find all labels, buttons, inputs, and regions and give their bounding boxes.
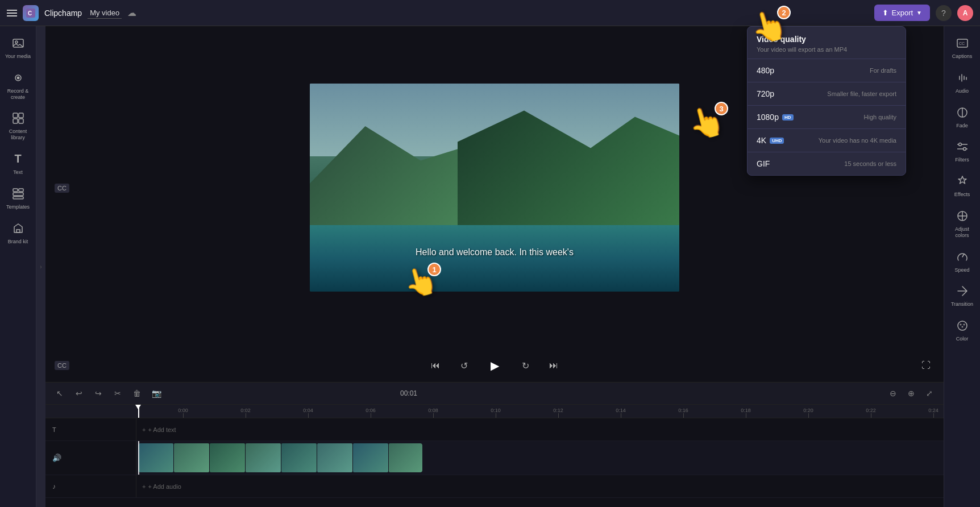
right-sidebar-label: Color — [956, 336, 969, 342]
right-sidebar-item-transition[interactable]: Transition — [946, 279, 979, 312]
text-track-label: T — [45, 418, 136, 440]
video-track-content — [136, 441, 944, 475]
preview-controls-left: CC — [55, 182, 69, 193]
fast-forward-button[interactable]: ↻ — [517, 357, 534, 374]
right-sidebar-item-captions[interactable]: CC Captions — [946, 31, 979, 64]
sidebar-item-content-library[interactable]: Content library — [2, 106, 35, 146]
audio-track-content[interactable]: + + Add audio — [136, 475, 944, 497]
timeline-tracks: T + + Add text 🔊 — [45, 418, 944, 507]
rewind-button[interactable]: ↺ — [455, 357, 472, 374]
timeline-redo-button[interactable]: ↪ — [91, 386, 106, 401]
adjust-colors-icon — [954, 208, 970, 224]
speed-icon — [954, 249, 970, 265]
sidebar-collapse-button[interactable]: › — [36, 26, 45, 507]
add-audio-button[interactable]: + + Add audio — [136, 475, 944, 497]
video-clip[interactable] — [138, 443, 422, 472]
quality-option-480p[interactable]: 480p For drafts — [748, 59, 906, 82]
topbar-left: C Clipchamp My video ☁ — [7, 5, 874, 21]
video-track: 🔊 — [45, 441, 944, 475]
zoom-in-button[interactable]: ⊕ — [904, 386, 919, 401]
sidebar-item-label: Content library — [4, 128, 32, 141]
topbar-right: ⬆ Export ▼ ? A — [874, 5, 973, 21]
right-sidebar-item-fade[interactable]: Fade — [946, 100, 979, 134]
your-media-icon — [10, 35, 26, 51]
svg-point-18 — [958, 143, 961, 146]
timeline-save-frame-button[interactable]: 📷 — [149, 386, 164, 401]
right-sidebar-label: Audio — [956, 88, 969, 94]
svg-point-19 — [963, 148, 966, 151]
sidebar-item-label: Record & create — [4, 88, 32, 101]
timeline-playhead[interactable] — [138, 405, 139, 418]
ruler-mark: 0:06 — [339, 408, 402, 418]
right-sidebar-item-audio[interactable]: Audio — [946, 65, 979, 99]
play-button[interactable]: ▶ — [484, 355, 505, 376]
audio-icon — [954, 70, 970, 86]
right-sidebar-item-adjust-colors[interactable]: Adjust colors — [946, 203, 979, 243]
right-sidebar-item-color[interactable]: Color — [946, 313, 979, 347]
svg-point-26 — [960, 324, 961, 326]
quality-option-gif[interactable]: GIF 15 seconds or less — [748, 152, 906, 175]
text-track: T + + Add text — [45, 418, 944, 441]
go-to-end-button[interactable]: ⏭ — [545, 357, 562, 374]
quality-option-1080p[interactable]: 1080p HD High quality — [748, 106, 906, 129]
left-sidebar: Your media Record & create Content libra… — [0, 26, 36, 507]
fit-timeline-button[interactable]: ⤢ — [922, 386, 937, 401]
timeline-pointer-tool[interactable]: ↖ — [52, 386, 67, 401]
ruler-mark: 0:14 — [589, 408, 652, 418]
hamburger-menu[interactable] — [7, 10, 17, 16]
fullscreen-button[interactable]: ⛶ — [917, 357, 935, 374]
timeline-undo-button[interactable]: ↩ — [72, 386, 86, 401]
help-button[interactable]: ? — [936, 5, 952, 21]
filters-icon — [954, 139, 970, 155]
zoom-controls: ⊖ ⊕ ⤢ — [886, 386, 937, 401]
timeline-cut-button[interactable]: ✂ — [110, 386, 125, 401]
cc-button[interactable]: CC — [55, 361, 69, 370]
sidebar-item-label: Text — [13, 169, 23, 176]
right-sidebar: CC Captions Audio Fade Filters — [944, 26, 980, 507]
user-avatar[interactable]: A — [957, 5, 973, 21]
timeline-delete-button[interactable]: 🗑 — [130, 386, 144, 401]
topbar: C Clipchamp My video ☁ ⬆ Export ▼ ? A — [0, 0, 980, 26]
video-track-label: 🔊 — [45, 441, 136, 475]
svg-rect-10 — [13, 189, 18, 192]
quality-option-720p[interactable]: 720p Smaller file, faster export — [748, 82, 906, 106]
export-quality-dropdown: Video quality Your video will export as … — [747, 26, 906, 176]
right-sidebar-label: Speed — [954, 267, 969, 273]
timeline-ruler: 0:00 0:02 0:04 0:06 0:08 0:10 0:12 0:14 … — [45, 405, 944, 418]
content-library-icon — [10, 110, 26, 126]
audio-track-label: ♪ — [45, 475, 136, 497]
templates-icon — [10, 186, 26, 202]
export-button[interactable]: ⬆ Export ▼ — [874, 5, 930, 21]
dropdown-subtitle: Your video will export as an MP4 — [757, 46, 896, 53]
sidebar-item-brand-kit[interactable]: Brand kit — [2, 216, 35, 250]
go-to-start-button[interactable]: ⏮ — [427, 357, 444, 374]
svg-point-25 — [958, 321, 967, 330]
timeline-toolbar: ↖ ↩ ↪ ✂ 🗑 📷 00:01 ⊖ ⊕ ⤢ — [45, 383, 944, 405]
text-track-content[interactable]: + + Add text — [136, 418, 944, 440]
water-bg — [310, 225, 679, 292]
ruler-mark: 0:24 — [902, 408, 944, 418]
right-sidebar-item-effects[interactable]: Effects — [946, 169, 979, 202]
captions-icon: CC — [954, 35, 970, 51]
color-icon — [954, 318, 970, 334]
right-sidebar-item-filters[interactable]: Filters — [946, 134, 979, 168]
svg-rect-14 — [16, 230, 20, 232]
svg-point-28 — [961, 326, 963, 328]
sidebar-item-templates[interactable]: Templates — [2, 181, 35, 215]
svg-point-27 — [963, 324, 965, 326]
zoom-out-button[interactable]: ⊖ — [886, 386, 900, 401]
add-text-button[interactable]: + + Add text — [136, 418, 944, 440]
text-icon: T — [10, 151, 26, 167]
uhd-badge: UHD — [770, 138, 784, 144]
svg-rect-13 — [13, 197, 23, 199]
audio-track: ♪ + + Add audio — [45, 475, 944, 498]
sidebar-item-record-create[interactable]: Record & create — [2, 65, 35, 105]
right-sidebar-item-speed[interactable]: Speed — [946, 244, 979, 278]
sidebar-item-label: Templates — [6, 204, 30, 210]
quality-option-4k[interactable]: 4K UHD Your video has no 4K media — [748, 129, 906, 152]
svg-text:C: C — [28, 10, 32, 16]
video-title[interactable]: My video — [88, 7, 122, 19]
sidebar-item-your-media[interactable]: Your media — [2, 31, 35, 64]
captions-toggle-button[interactable]: CC — [55, 184, 69, 193]
sidebar-item-text[interactable]: T Text — [2, 147, 35, 180]
